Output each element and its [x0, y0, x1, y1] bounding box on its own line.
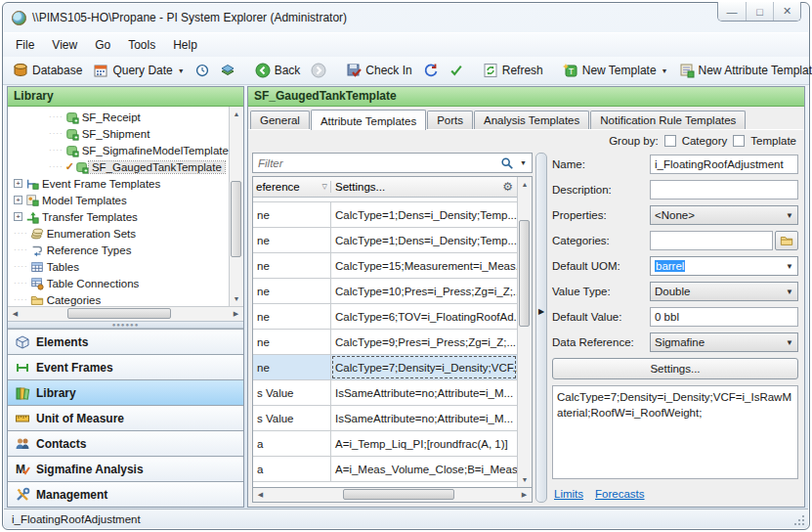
check-in-button[interactable]: Check In	[341, 60, 416, 81]
scroll-down-icon[interactable]: ▼	[230, 291, 244, 306]
name-field[interactable]: i_FloatingRoofAdjustment	[650, 155, 798, 174]
tree-item-transfer-templates[interactable]: +Transfer Templates	[8, 208, 229, 225]
scroll-up-icon[interactable]: ▲	[518, 177, 533, 192]
cell-data-reference[interactable]: ne	[253, 228, 331, 252]
tree-item-event-frame-templates[interactable]: +Event Frame Templates	[8, 175, 229, 192]
categories-browse-button[interactable]	[775, 231, 798, 250]
tree-item-table-connections[interactable]: ····Table Connections	[8, 275, 229, 291]
panel-splitter[interactable]: ●●●●●●	[8, 321, 243, 329]
expand-icon[interactable]: +	[14, 179, 22, 188]
cell-data-reference[interactable]: ne	[253, 355, 331, 379]
nav-item-unit-of-measure[interactable]: Unit of Measure	[8, 405, 243, 430]
search-icon[interactable]	[500, 156, 514, 170]
sort-filter-icon[interactable]: ▽	[322, 183, 327, 191]
table-row[interactable]: neCalcType=9;Pres=i_Press;Zg=i_Z;...	[253, 330, 517, 355]
tab-analysis-templates[interactable]: Analysis Templates	[474, 111, 589, 129]
cell-data-reference[interactable]: a	[253, 457, 331, 481]
tab-general[interactable]: General	[250, 111, 310, 129]
tree-item-sf-shipment[interactable]: ····SF_Shipment	[8, 125, 229, 142]
menu-item-tools[interactable]: Tools	[119, 35, 164, 55]
categories-field[interactable]	[650, 231, 773, 250]
default-value-field[interactable]: 0 bbl	[650, 307, 798, 327]
new-attribute-template-button[interactable]: New Attribute Template	[674, 60, 812, 81]
cell-data-reference[interactable]: ne	[253, 304, 331, 329]
nav-item-elements[interactable]: Elements	[8, 329, 243, 354]
cell-settings[interactable]: CalcType=15;Measurement=i_Meas...	[331, 253, 517, 278]
properties-select[interactable]: <None> ▼	[650, 205, 798, 225]
cell-data-reference[interactable]: ne	[253, 202, 331, 227]
table-row[interactable]: aA=i_Meas_Volume_Close;B=i_Meas...	[253, 457, 517, 482]
title-bar[interactable]: \\PIMS105-HO\Propane - PI System Explore…	[3, 3, 809, 32]
table-row[interactable]: aA=i_Temp_Liq_PI;[roundfrac(A, 1)]	[253, 431, 517, 457]
cell-data-reference[interactable]: ne	[253, 330, 331, 354]
tab-notification-rule-templates[interactable]: Notification Rule Templates	[590, 111, 746, 129]
tree-item-model-templates[interactable]: +Model Templates	[8, 192, 229, 208]
expand-icon[interactable]: +	[14, 196, 22, 204]
scroll-right-icon[interactable]: ▶	[517, 488, 532, 503]
cell-settings[interactable]: CalcType=1;Dens=i_Density;Temp...	[331, 202, 517, 227]
cell-settings[interactable]: CalcType=9;Pres=i_Press;Zg=i_Z;...	[331, 330, 517, 354]
scroll-left-icon[interactable]: ◀	[8, 307, 22, 322]
uom-map-button[interactable]	[215, 60, 240, 81]
cell-data-reference[interactable]: ne	[253, 253, 331, 278]
menu-item-help[interactable]: Help	[164, 35, 206, 55]
nav-item-event-frames[interactable]: Event Frames	[8, 354, 243, 379]
back-button[interactable]: Back	[250, 60, 306, 81]
group-by-template-checkbox[interactable]	[733, 135, 745, 147]
tree-item-reference-types[interactable]: ····Reference Types	[8, 242, 229, 258]
nav-item-contacts[interactable]: Contacts	[8, 430, 243, 456]
database-button[interactable]: Database	[8, 60, 87, 81]
menu-item-go[interactable]: Go	[86, 35, 119, 55]
group-by-category-checkbox[interactable]	[664, 135, 676, 147]
cell-settings[interactable]: CalcType=1;Dens=i_Density;Temp...	[331, 228, 517, 252]
table-row[interactable]: s ValueIsSameAttribute=no;Attribute=i_M.…	[253, 406, 517, 431]
query-date-button[interactable]: Query Date ▼	[88, 60, 189, 81]
scroll-down-icon[interactable]: ▼	[518, 472, 533, 487]
table-row[interactable]: neCalcType=6;TOV=i_FloatingRoofAd...	[253, 304, 517, 330]
tree-vertical-scrollbar[interactable]: ▲ ▼	[229, 107, 243, 306]
nav-item-management[interactable]: Management	[8, 481, 243, 507]
filter-input[interactable]: Filter ▼	[252, 153, 533, 173]
new-template-dropdown-icon[interactable]: ▼	[662, 67, 668, 74]
menu-item-view[interactable]: View	[43, 35, 86, 55]
table-row[interactable]: s ValueIsSameAttribute=no;Attribute=i_M.…	[253, 380, 517, 406]
settings-button[interactable]: Settings...	[552, 358, 798, 379]
cell-settings[interactable]: IsSameAttribute=no;Attribute=i_M...	[331, 380, 517, 405]
nav-item-sigmafine-analysis[interactable]: MSigmafine Analysis	[8, 456, 243, 481]
forecasts-link[interactable]: Forecasts	[595, 488, 645, 500]
expand-icon[interactable]: +	[14, 212, 22, 221]
forward-button[interactable]	[306, 60, 331, 81]
default-uom-combo[interactable]: barrel ▼	[650, 256, 798, 276]
scroll-right-icon[interactable]: ▶	[229, 307, 243, 322]
scroll-left-icon[interactable]: ◀	[253, 488, 268, 503]
gear-icon[interactable]: ⚙	[502, 180, 513, 194]
table-row[interactable]: neCalcType=15;Measurement=i_Meas...	[253, 253, 517, 279]
filter-dropdown-icon[interactable]: ▼	[520, 159, 527, 166]
minimize-button[interactable]: —	[718, 2, 746, 21]
cell-data-reference[interactable]: s Value	[253, 380, 331, 405]
table-row[interactable]: neCalcType=7;Density=i_Density;VCF...	[253, 355, 517, 380]
description-field[interactable]	[650, 180, 798, 200]
cell-data-reference[interactable]: a	[253, 431, 331, 456]
tree-item-sf-receipt[interactable]: ····SF_Receipt	[8, 109, 229, 125]
new-template-button[interactable]: T New Template ▼	[558, 60, 673, 81]
grid-horizontal-scrollbar[interactable]: ◀ ▶	[252, 488, 533, 503]
tree-item-tables[interactable]: ····Tables	[8, 258, 229, 275]
menu-item-file[interactable]: File	[7, 35, 43, 55]
cell-data-reference[interactable]: s Value	[253, 406, 331, 430]
limits-link[interactable]: Limits	[554, 488, 583, 500]
cell-settings[interactable]: CalcType=10;Pres=i_Press;Zg=i_Z;...	[331, 279, 517, 303]
apply-button[interactable]	[445, 61, 468, 80]
grid-vertical-scrollbar[interactable]: ▲ ▼	[517, 177, 532, 487]
query-date-dropdown-icon[interactable]: ▼	[178, 67, 185, 74]
tab-ports[interactable]: Ports	[427, 111, 473, 129]
tree-item-categories[interactable]: ····Categories	[8, 291, 229, 306]
table-row[interactable]: neCalcType=10;Pres=i_Press;Zg=i_Z;...	[253, 279, 517, 304]
resize-grip[interactable]	[792, 513, 804, 525]
cell-settings[interactable]: A=i_Temp_Liq_PI;[roundfrac(A, 1)]	[331, 431, 517, 456]
table-row[interactable]: neCalcType=1;Dens=i_Density;Temp...	[253, 228, 517, 253]
tree-item-sf-sigmafinemodeltemplate[interactable]: ····SF_SigmafineModelTemplate	[8, 142, 229, 158]
restore-button[interactable]: □	[746, 2, 773, 21]
cell-settings[interactable]: A=i_Meas_Volume_Close;B=i_Meas...	[331, 457, 517, 481]
grid-header[interactable]: eference ▽ Settings... ⚙	[253, 177, 517, 198]
